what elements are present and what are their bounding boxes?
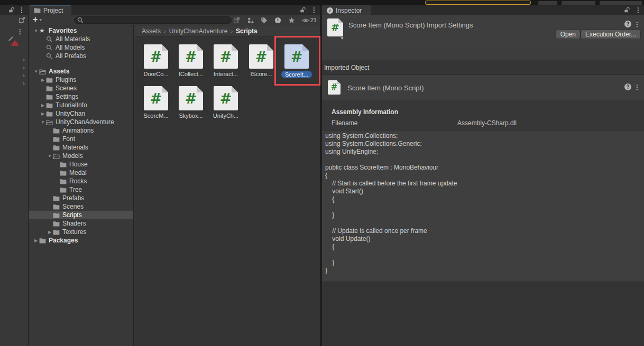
create-asset-button[interactable]: + ▼ <box>33 15 42 24</box>
tree-item-plugins[interactable]: ▶Plugins <box>29 76 133 84</box>
csharp-script-icon: # <box>179 44 203 69</box>
asset-item-skybox[interactable]: #Skybox... <box>173 83 208 121</box>
kebab-menu-icon[interactable]: ⋮ <box>311 7 317 13</box>
project-search[interactable] <box>74 16 232 24</box>
chevron-down-icon[interactable]: ▼ <box>340 36 344 41</box>
unlock-icon[interactable] <box>8 7 15 13</box>
search-by-type-icon[interactable] <box>247 17 254 24</box>
foldout-collapsed-icon[interactable]: ▶ <box>47 230 53 235</box>
kebab-menu-icon[interactable]: ⋮ <box>634 84 640 90</box>
kebab-menu-icon[interactable]: ⋮ <box>19 7 25 13</box>
tree-item-unitychanadventure[interactable]: ▼UnityChanAdventure <box>29 118 133 126</box>
tree-item-scenes[interactable]: Scenes <box>29 202 133 211</box>
mono-script-header: # Score Item (Mono Script) ? ⋮ <box>322 75 644 100</box>
folder-icon <box>53 212 61 218</box>
tree-item-medal[interactable]: Medal <box>29 169 133 177</box>
tree-item-label: House <box>69 161 88 168</box>
open-in-new-window-icon[interactable] <box>233 17 240 24</box>
foldout-expanded-icon[interactable]: ▼ <box>40 120 46 125</box>
unlock-icon[interactable] <box>624 7 630 13</box>
hidden-count-toggle[interactable]: 21 <box>302 17 317 23</box>
tree-item-unitychan[interactable]: ▶UnityChan <box>29 109 133 118</box>
breadcrumb[interactable]: Assets›UnityChanAdventure›Scripts <box>135 25 320 37</box>
favorites-star-icon[interactable] <box>288 17 295 24</box>
tree-item-settings[interactable]: Settings <box>29 92 133 101</box>
tree-item-assets[interactable]: ▼Assets <box>29 67 133 76</box>
tree-item-animations[interactable]: Animations <box>29 126 133 135</box>
tree-item-house[interactable]: House <box>29 160 133 169</box>
top-toolbar-button[interactable] <box>600 1 642 5</box>
tree-item-scenes[interactable]: Scenes <box>29 84 133 92</box>
tree-item-label: TutorialInfo <box>56 101 87 109</box>
search-by-label-icon[interactable] <box>261 17 268 24</box>
execution-order-button[interactable]: Execution Order... <box>581 30 641 39</box>
folder-icon <box>60 162 68 167</box>
import-warnings-icon[interactable] <box>274 17 281 24</box>
chevron-right-icon[interactable]: › <box>23 72 25 79</box>
tree-item-packages[interactable]: ▶Packages <box>29 236 133 245</box>
tree-item-label: All Models <box>56 44 85 51</box>
tree-item-all-materials[interactable]: All Materials <box>29 35 133 43</box>
breadcrumb-segment-unitychanadventure[interactable]: UnityChanAdventure <box>169 27 228 35</box>
chevron-right-icon[interactable]: › <box>23 56 25 63</box>
foldout-expanded-icon[interactable]: ▼ <box>33 69 39 74</box>
tree-item-scripts[interactable]: Scripts <box>29 211 133 219</box>
tree-item-textures[interactable]: ▶Textures <box>29 228 133 236</box>
tree-item-label: Packages <box>49 237 78 244</box>
asset-item-scorem[interactable]: #ScoreM... <box>139 83 173 121</box>
asset-item-iscore[interactable]: #IScore... <box>244 41 279 79</box>
search-icon <box>46 36 54 42</box>
chevron-right-icon[interactable]: › <box>23 64 25 71</box>
filename-value: Assembly-CSharp.dll <box>457 119 517 127</box>
top-toolbar-highlighted-field[interactable] <box>425 1 531 5</box>
asset-item-unitych[interactable]: #UnityCh... <box>208 83 243 121</box>
tree-item-all-models[interactable]: All Models <box>29 43 133 52</box>
tree-item-materials[interactable]: Materials <box>29 143 133 152</box>
help-icon[interactable]: ? <box>624 21 631 27</box>
kebab-menu-icon[interactable]: ⋮ <box>635 7 641 13</box>
kebab-menu-icon[interactable]: ⋮ <box>634 21 640 27</box>
breadcrumb-separator-icon: › <box>164 28 166 34</box>
tree-item-label: UnityChan <box>56 110 85 117</box>
top-toolbar-button[interactable] <box>538 1 557 5</box>
tree-item-tutorialinfo[interactable]: ▶TutorialInfo <box>29 101 133 109</box>
foldout-collapsed-icon[interactable]: ▶ <box>40 103 46 108</box>
folder-icon <box>53 145 61 151</box>
tab-project[interactable]: Project <box>29 5 71 15</box>
tree-item-models[interactable]: ▼Models <box>29 152 133 160</box>
tab-inspector[interactable]: i Inspector <box>322 5 371 15</box>
kebab-menu-icon[interactable]: ⋮ <box>17 29 23 35</box>
breadcrumb-segment-assets[interactable]: Assets <box>142 27 161 35</box>
asset-item-scoreit[interactable]: #ScoreIt... <box>279 41 314 79</box>
tree-item-prefabs[interactable]: Prefabs <box>29 194 133 202</box>
foldout-collapsed-icon[interactable]: ▶ <box>40 78 46 82</box>
left-docked-panel-edge: ⋮ ⋮ › › › › <box>0 5 29 346</box>
top-toolbar-button[interactable] <box>562 1 595 5</box>
foldout-expanded-icon[interactable]: ▼ <box>47 154 53 158</box>
folder-open-icon <box>53 153 61 159</box>
foldout-collapsed-icon[interactable]: ▶ <box>33 238 39 243</box>
maximize-icon[interactable] <box>19 16 25 23</box>
search-icon <box>77 17 84 23</box>
search-input[interactable] <box>86 17 228 23</box>
collapsed-foldout-chevrons[interactable]: › › › › <box>23 56 25 87</box>
tree-item-label: Settings <box>56 93 78 100</box>
tree-item-label: Assets <box>49 68 69 75</box>
tree-item-tree[interactable]: Tree <box>29 185 133 194</box>
tree-item-font[interactable]: Font <box>29 135 133 143</box>
help-icon[interactable]: ? <box>624 83 631 90</box>
tree-item-favorites[interactable]: ▼★Favorites <box>29 26 133 35</box>
foldout-expanded-icon[interactable]: ▼ <box>33 29 39 33</box>
tree-item-rocks[interactable]: Rocks <box>29 177 133 185</box>
tree-item-shaders[interactable]: Shaders <box>29 219 133 228</box>
breadcrumb-segment-scripts[interactable]: Scripts <box>236 27 257 35</box>
csharp-script-icon: # <box>328 80 341 95</box>
chevron-right-icon[interactable]: › <box>23 80 25 87</box>
open-button[interactable]: Open <box>556 30 581 39</box>
asset-item-doorco[interactable]: #DoorCo... <box>139 41 173 79</box>
asset-item-interact[interactable]: #Interact... <box>208 41 243 79</box>
asset-item-icollect[interactable]: #ICollect... <box>173 41 208 79</box>
tree-item-all-prefabs[interactable]: All Prefabs <box>29 52 133 60</box>
unlock-icon[interactable] <box>300 7 306 13</box>
foldout-collapsed-icon[interactable]: ▶ <box>40 111 46 116</box>
